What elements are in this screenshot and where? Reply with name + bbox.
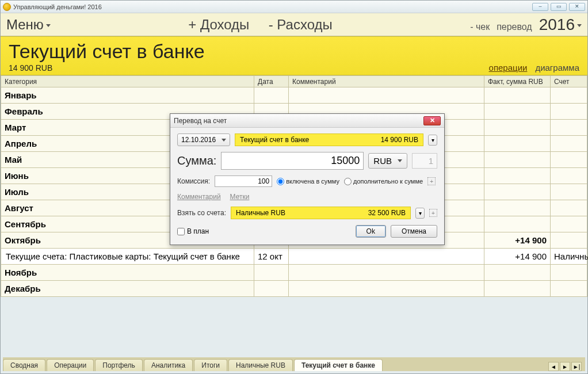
command-bar: Меню + Доходы - Расходы - чек перевод 20…: [1, 13, 587, 36]
col-account[interactable]: Счет: [551, 76, 587, 87]
tab-chart[interactable]: диаграмма: [535, 63, 579, 72]
transfer-button[interactable]: перевод: [497, 22, 532, 32]
btab-summary[interactable]: Сводная: [3, 359, 45, 371]
comment-link[interactable]: Комментарий: [177, 193, 221, 201]
to-account-select[interactable]: Текущий счет в банке 14 900 RUB: [235, 133, 423, 146]
btab-current-account[interactable]: Текущий счет в банке: [294, 359, 383, 371]
income-button[interactable]: + Доходы: [188, 17, 249, 32]
detail-comment[interactable]: [289, 249, 484, 265]
ok-button[interactable]: Ok: [356, 225, 386, 238]
chevron-down-icon: [222, 139, 226, 142]
radio-extra[interactable]: дополнительно к сумме: [344, 178, 423, 185]
radio-included[interactable]: включена в сумму: [277, 178, 339, 185]
month-row[interactable]: Декабрь: [1, 281, 254, 297]
bottom-tab-strip: Сводная Операции Портфель Аналитика Итог…: [3, 357, 585, 371]
cheque-button[interactable]: - чек: [470, 22, 490, 32]
dialog-close-button[interactable]: ✕: [423, 116, 441, 125]
tab-scroll-left[interactable]: ◄: [548, 362, 559, 371]
tags-link[interactable]: Метки: [230, 193, 250, 201]
date-picker[interactable]: 12.10.2016: [177, 133, 230, 146]
chevron-down-icon: [46, 24, 51, 27]
tab-operations[interactable]: операции: [489, 63, 528, 72]
commission-input[interactable]: [215, 175, 272, 187]
detail-amount[interactable]: +14 900: [484, 249, 551, 265]
detail-date[interactable]: 12 окт: [254, 249, 289, 265]
minimize-button[interactable]: –: [532, 3, 548, 11]
detail-account[interactable]: Наличные: [551, 249, 587, 265]
expense-button[interactable]: - Расходы: [269, 17, 333, 32]
col-date[interactable]: Дата: [254, 76, 289, 87]
col-comment[interactable]: Комментарий: [289, 76, 484, 87]
from-account-balance: 32 500 RUB: [368, 209, 406, 217]
btab-operations[interactable]: Операции: [47, 359, 94, 371]
to-account-dropdown[interactable]: ▾: [428, 135, 437, 146]
from-account-name: Наличные RUB: [236, 209, 285, 217]
tab-scroll-right[interactable]: ►: [560, 362, 570, 371]
cancel-button[interactable]: Отмена: [391, 225, 437, 238]
year-selector[interactable]: 2016: [539, 16, 582, 34]
menu-label: Меню: [6, 17, 44, 32]
year-value: 2016: [539, 16, 575, 33]
tab-scroll-end[interactable]: ►|: [571, 362, 582, 371]
commission-label: Комиссия:: [177, 177, 210, 185]
btab-portfolio[interactable]: Портфель: [95, 359, 143, 371]
date-value: 12.10.2016: [181, 136, 216, 144]
close-button[interactable]: ✕: [569, 3, 585, 11]
from-account-select[interactable]: Наличные RUB 32 500 RUB: [231, 207, 411, 219]
col-fact[interactable]: Факт, сумма RUB: [484, 76, 551, 87]
qty-input[interactable]: [412, 153, 437, 169]
chevron-down-icon: [577, 24, 582, 27]
detail-category[interactable]: Текущие счета: Пластиковые карты: Текущи…: [1, 249, 254, 265]
btab-cash[interactable]: Наличные RUB: [228, 359, 293, 371]
titlebar: Управляющий деньгами! 2016 – ▭ ✕: [1, 1, 587, 13]
chevron-down-icon: [398, 159, 402, 162]
window-title: Управляющий деньгами! 2016: [13, 3, 102, 10]
col-category[interactable]: Категория: [1, 76, 254, 87]
app-icon: [3, 3, 11, 11]
currency-select[interactable]: RUB: [368, 153, 407, 169]
account-name: Текущий счет в банке: [9, 40, 579, 63]
expand-from[interactable]: +: [429, 209, 437, 217]
btab-analytics[interactable]: Аналитика: [144, 359, 193, 371]
dialog-title: Перевод на счет: [174, 117, 227, 125]
from-account-dropdown[interactable]: ▾: [415, 208, 425, 219]
menu-button[interactable]: Меню: [6, 17, 51, 33]
dialog-titlebar: Перевод на счет ✕: [170, 114, 444, 128]
btab-totals[interactable]: Итоги: [194, 359, 227, 371]
account-balance: 14 900 RUB: [9, 63, 52, 72]
account-header: Текущий счет в банке 14 900 RUB операции…: [1, 36, 587, 75]
sum-label: Сумма:: [177, 154, 216, 167]
month-row[interactable]: Ноябрь: [1, 265, 254, 281]
maximize-button[interactable]: ▭: [551, 3, 567, 11]
to-account-balance: 14 900 RUB: [381, 136, 418, 144]
month-row[interactable]: Январь: [1, 87, 254, 104]
to-account-name: Текущий счет в банке: [240, 136, 309, 144]
currency-value: RUB: [373, 156, 392, 166]
transfer-dialog: Перевод на счет ✕ 12.10.2016 Текущий сче…: [170, 113, 445, 245]
from-label: Взять со счета:: [177, 209, 226, 217]
expand-commission[interactable]: +: [427, 177, 436, 185]
plan-checkbox[interactable]: В план: [177, 227, 209, 235]
sum-input[interactable]: [221, 152, 364, 170]
